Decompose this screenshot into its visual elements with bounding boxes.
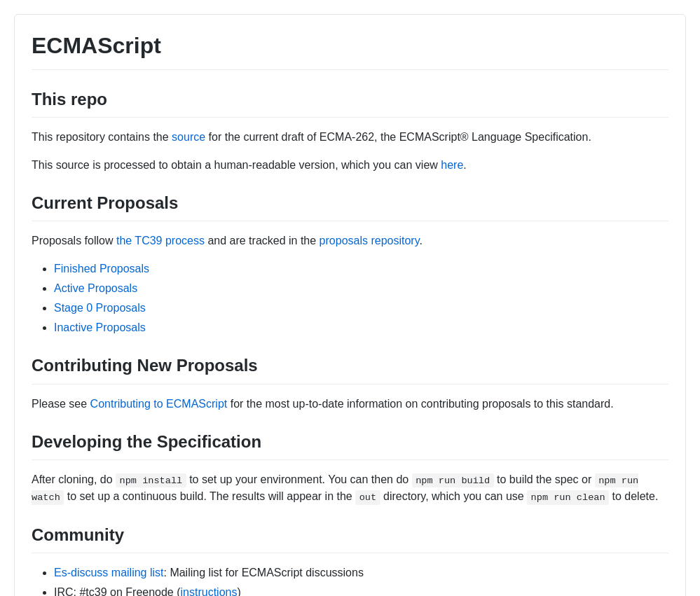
list-item: IRC: #tc39 on Freenode (instructions) xyxy=(54,584,668,596)
para-repo-2: This source is processed to obtain a hum… xyxy=(32,157,668,174)
proposals-intro-text2: and are tracked in the xyxy=(205,235,320,247)
section-current-proposals: Current Proposals Proposals follow the T… xyxy=(32,190,668,336)
repo-para1-text: This repository contains the xyxy=(32,131,172,143)
heading-contributing: Contributing New Proposals xyxy=(32,353,668,384)
developing-text3: to build the spec or xyxy=(494,473,595,485)
code-npm-run-build: npm run build xyxy=(412,473,494,487)
repo-para1-text2: for the current draft of ECMA-262, the E… xyxy=(205,131,591,143)
active-proposals-link[interactable]: Active Proposals xyxy=(54,282,137,294)
heading-developing: Developing the Specification xyxy=(32,429,668,460)
finished-proposals-link[interactable]: Finished Proposals xyxy=(54,263,149,275)
list-item: Finished Proposals xyxy=(54,261,668,277)
es-discuss-link[interactable]: Es-discuss mailing list xyxy=(54,567,163,578)
list-item: Stage 0 Proposals xyxy=(54,300,668,317)
heading-community: Community xyxy=(32,522,668,553)
repo-para2-text2: . xyxy=(463,159,466,171)
stage0-proposals-link[interactable]: Stage 0 Proposals xyxy=(54,302,146,314)
page-title: ECMAScript xyxy=(32,29,668,70)
section-this-repo: This repo This repository contains the s… xyxy=(32,87,668,174)
tc39-process-link[interactable]: the TC39 process xyxy=(116,235,205,247)
proposals-repository-link[interactable]: proposals repository xyxy=(320,235,420,247)
list-item: Inactive Proposals xyxy=(54,319,668,336)
irc-text2: ) xyxy=(237,586,240,596)
es-discuss-text: : Mailing list for ECMAScript discussion… xyxy=(163,567,363,578)
list-item: Es-discuss mailing list: Mailing list fo… xyxy=(54,564,668,581)
contributing-ecmascript-link[interactable]: Contributing to ECMAScript xyxy=(90,398,228,410)
code-npm-run-clean: npm run clean xyxy=(527,490,609,504)
section-community: Community Es-discuss mailing list: Maili… xyxy=(32,522,668,596)
heading-current-proposals: Current Proposals xyxy=(32,190,668,221)
developing-text1: After cloning, do xyxy=(32,473,116,485)
irc-text1: IRC: #tc39 on Freenode ( xyxy=(54,586,181,596)
para-developing: After cloning, do npm install to set up … xyxy=(32,471,668,506)
community-list: Es-discuss mailing list: Mailing list fo… xyxy=(32,564,668,596)
proposals-intro-text1: Proposals follow xyxy=(32,235,116,247)
contributing-text1: Please see xyxy=(32,398,90,410)
developing-text5: directory, which you can use xyxy=(380,490,528,502)
developing-text2: to set up your environment. You can then… xyxy=(186,473,412,485)
contributing-text2: for the most up-to-date information on c… xyxy=(227,398,613,410)
list-item: Active Proposals xyxy=(54,280,668,297)
section-contributing: Contributing New Proposals Please see Co… xyxy=(32,353,668,412)
source-link[interactable]: source xyxy=(172,131,205,143)
para-contributing: Please see Contributing to ECMAScript fo… xyxy=(32,396,668,413)
here-link[interactable]: here xyxy=(441,159,463,171)
repo-para2-text1: This source is processed to obtain a hum… xyxy=(32,159,441,171)
proposals-intro-text3: . xyxy=(420,235,423,247)
code-out: out xyxy=(355,490,380,504)
section-developing: Developing the Specification After cloni… xyxy=(32,429,668,506)
proposals-list: Finished Proposals Active Proposals Stag… xyxy=(32,261,668,336)
developing-text4: to set up a continuous build. The result… xyxy=(64,490,355,502)
developing-text6: to delete. xyxy=(609,490,658,502)
main-container: ECMAScript This repo This repository con… xyxy=(14,14,686,596)
para-repo-1: This repository contains the source for … xyxy=(32,129,668,146)
instructions-link[interactable]: instructions xyxy=(181,586,238,596)
heading-this-repo: This repo xyxy=(32,87,668,118)
code-npm-install: npm install xyxy=(116,473,186,487)
inactive-proposals-link[interactable]: Inactive Proposals xyxy=(54,321,146,333)
para-proposals-intro: Proposals follow the TC39 process and ar… xyxy=(32,233,668,249)
